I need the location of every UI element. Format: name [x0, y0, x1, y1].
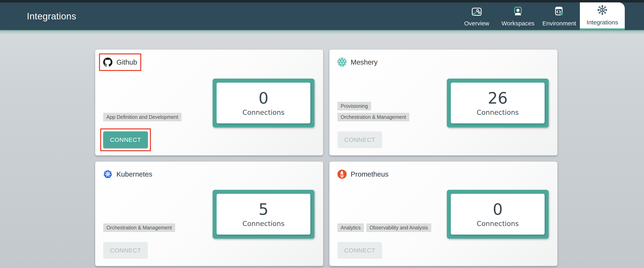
integration-card-prometheus: Prometheus Analytics Observability and A…	[330, 162, 558, 266]
connections-counter: 0 Connections	[212, 79, 314, 128]
connect-button[interactable]: CONNECT	[103, 132, 148, 148]
browser-top-strip	[0, 0, 644, 2]
category-tag: Orchestration & Management	[338, 113, 409, 122]
category-tag: App Definition and Development	[103, 113, 182, 122]
connections-count: 5	[258, 201, 268, 218]
integration-name: Meshery	[351, 58, 378, 66]
nav-item-environment[interactable]: Environment	[538, 2, 580, 30]
connect-button: CONNECT	[338, 132, 382, 148]
connections-counter: 26 Connections	[447, 79, 548, 128]
connections-counter: 5 Connections	[212, 190, 314, 239]
category-tags: Analytics Observability and Analysis	[338, 223, 431, 232]
integration-card-meshery: Meshery Provisioning Orchestration & Man…	[330, 50, 558, 155]
github-card-header-annotation: Github	[103, 58, 137, 67]
nav-label-overview: Overview	[464, 20, 489, 27]
category-tags: Provisioning Orchestration & Management	[338, 102, 441, 122]
category-tags: App Definition and Development	[103, 113, 182, 122]
nav-item-workspaces[interactable]: Workspaces	[497, 2, 538, 30]
integration-name: Prometheus	[351, 170, 388, 178]
nav-label-workspaces: Workspaces	[502, 20, 534, 27]
category-tag: Observability and Analysis	[366, 223, 431, 232]
category-tag: Provisioning	[338, 102, 371, 110]
prometheus-icon	[338, 170, 347, 179]
overview-icon	[470, 5, 483, 18]
page-title: Integrations	[27, 11, 76, 22]
integrations-grid: Github App Definition and Development CO…	[95, 50, 557, 266]
connections-label: Connections	[242, 220, 284, 228]
integration-card-github: Github App Definition and Development CO…	[95, 50, 323, 155]
connect-button-annotation: CONNECT	[103, 132, 148, 148]
nav-label-environment: Environment	[542, 20, 576, 27]
category-tags: Orchestration & Management	[103, 223, 175, 232]
nav-label-integrations: Integrations	[587, 19, 618, 26]
connect-button: CONNECT	[338, 242, 382, 259]
connections-label: Connections	[477, 220, 519, 228]
connections-counter: 0 Connections	[447, 190, 548, 239]
header-glow-strip	[0, 30, 644, 35]
nav-item-overview[interactable]: Overview	[456, 2, 497, 30]
category-tag: Orchestration & Management	[103, 223, 175, 232]
meshery-icon	[338, 58, 347, 67]
connections-label: Connections	[477, 108, 519, 116]
integration-name: Kubernetes	[116, 170, 152, 178]
connections-count: 26	[488, 90, 508, 107]
integration-card-kubernetes: Kubernetes Orchestration & Management CO…	[95, 162, 323, 266]
connections-count: 0	[258, 90, 268, 107]
connections-count: 0	[493, 201, 503, 218]
integrations-icon	[596, 4, 609, 17]
connect-button: CONNECT	[103, 242, 148, 259]
environment-icon	[553, 5, 566, 18]
app-header: Integrations Overvi	[0, 2, 644, 30]
kubernetes-icon	[103, 170, 112, 179]
workspaces-icon	[512, 5, 524, 18]
nav-item-integrations[interactable]: Integrations	[580, 2, 625, 30]
github-icon	[103, 58, 112, 67]
integration-name: Github	[116, 58, 137, 66]
top-nav: Overview Workspaces	[456, 2, 625, 30]
connections-label: Connections	[242, 108, 284, 116]
category-tag: Analytics	[338, 223, 364, 232]
